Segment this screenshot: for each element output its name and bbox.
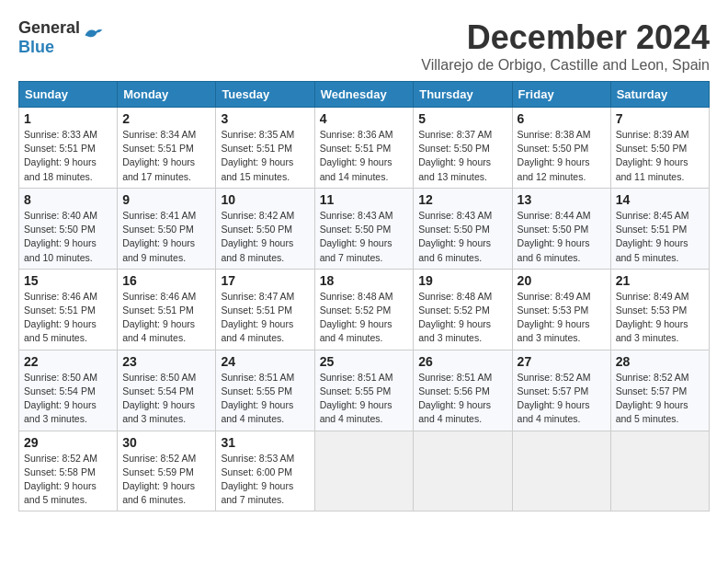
weekday-header-wednesday: Wednesday [314,82,414,108]
day-number: 2 [122,111,210,126]
calendar-cell: 27Sunrise: 8:52 AM Sunset: 5:57 PM Dayli… [512,350,610,431]
calendar-cell [512,431,610,511]
day-info: Sunrise: 8:52 AM Sunset: 5:58 PM Dayligh… [24,452,112,508]
page-header: General Blue December 2024 Villarejo de … [18,18,710,74]
day-number: 11 [320,192,409,207]
day-info: Sunrise: 8:36 AM Sunset: 5:51 PM Dayligh… [320,128,409,184]
calendar-cell: 15Sunrise: 8:46 AM Sunset: 5:51 PM Dayli… [19,269,118,350]
day-info: Sunrise: 8:51 AM Sunset: 5:55 PM Dayligh… [320,371,409,427]
day-info: Sunrise: 8:37 AM Sunset: 5:50 PM Dayligh… [418,128,506,184]
day-number: 24 [221,354,309,369]
day-info: Sunrise: 8:50 AM Sunset: 5:54 PM Dayligh… [122,371,210,427]
calendar-cell: 17Sunrise: 8:47 AM Sunset: 5:51 PM Dayli… [216,269,314,350]
title-section: December 2024 Villarejo de Orbigo, Casti… [421,18,710,74]
calendar-cell: 23Sunrise: 8:50 AM Sunset: 5:54 PM Dayli… [118,350,216,431]
calendar-cell: 25Sunrise: 8:51 AM Sunset: 5:55 PM Dayli… [314,350,414,431]
calendar-cell: 11Sunrise: 8:43 AM Sunset: 5:50 PM Dayli… [314,188,414,269]
day-number: 4 [320,111,409,126]
day-number: 7 [616,111,704,126]
calendar-week-row: 29Sunrise: 8:52 AM Sunset: 5:58 PM Dayli… [19,431,710,511]
calendar-week-row: 15Sunrise: 8:46 AM Sunset: 5:51 PM Dayli… [19,269,710,350]
day-info: Sunrise: 8:39 AM Sunset: 5:50 PM Dayligh… [616,128,704,184]
logo-text: General Blue [18,18,80,57]
day-number: 10 [221,192,309,207]
calendar-cell: 7Sunrise: 8:39 AM Sunset: 5:50 PM Daylig… [610,108,709,189]
calendar-cell: 26Sunrise: 8:51 AM Sunset: 5:56 PM Dayli… [414,350,512,431]
calendar-cell: 16Sunrise: 8:46 AM Sunset: 5:51 PM Dayli… [118,269,216,350]
calendar-cell: 21Sunrise: 8:49 AM Sunset: 5:53 PM Dayli… [610,269,709,350]
day-info: Sunrise: 8:48 AM Sunset: 5:52 PM Dayligh… [320,290,409,346]
calendar-cell: 30Sunrise: 8:52 AM Sunset: 5:59 PM Dayli… [118,431,216,511]
calendar-cell: 20Sunrise: 8:49 AM Sunset: 5:53 PM Dayli… [512,269,610,350]
day-info: Sunrise: 8:33 AM Sunset: 5:51 PM Dayligh… [24,128,112,184]
calendar-cell [414,431,512,511]
calendar-week-row: 22Sunrise: 8:50 AM Sunset: 5:54 PM Dayli… [19,350,710,431]
day-info: Sunrise: 8:41 AM Sunset: 5:50 PM Dayligh… [122,209,210,265]
calendar-cell: 19Sunrise: 8:48 AM Sunset: 5:52 PM Dayli… [414,269,512,350]
calendar-cell: 28Sunrise: 8:52 AM Sunset: 5:57 PM Dayli… [610,350,709,431]
weekday-header-sunday: Sunday [19,82,118,108]
day-info: Sunrise: 8:49 AM Sunset: 5:53 PM Dayligh… [518,290,606,346]
weekday-header-tuesday: Tuesday [216,82,314,108]
day-info: Sunrise: 8:46 AM Sunset: 5:51 PM Dayligh… [122,290,210,346]
calendar-week-row: 1Sunrise: 8:33 AM Sunset: 5:51 PM Daylig… [19,108,710,189]
calendar-cell: 10Sunrise: 8:42 AM Sunset: 5:50 PM Dayli… [216,188,314,269]
day-number: 20 [518,273,606,288]
month-title: December 2024 [421,18,710,57]
calendar-cell: 9Sunrise: 8:41 AM Sunset: 5:50 PM Daylig… [118,188,216,269]
calendar-cell: 12Sunrise: 8:43 AM Sunset: 5:50 PM Dayli… [414,188,512,269]
weekday-header-saturday: Saturday [610,82,709,108]
calendar-cell [314,431,414,511]
day-info: Sunrise: 8:35 AM Sunset: 5:51 PM Dayligh… [221,128,309,184]
day-info: Sunrise: 8:48 AM Sunset: 5:52 PM Dayligh… [418,290,506,346]
calendar-cell: 29Sunrise: 8:52 AM Sunset: 5:58 PM Dayli… [19,431,118,511]
day-number: 29 [24,435,112,450]
day-number: 25 [320,354,409,369]
logo-bird-icon [84,26,104,42]
calendar-cell: 8Sunrise: 8:40 AM Sunset: 5:50 PM Daylig… [19,188,118,269]
calendar-table: SundayMondayTuesdayWednesdayThursdayFrid… [18,81,710,511]
calendar-cell: 22Sunrise: 8:50 AM Sunset: 5:54 PM Dayli… [19,350,118,431]
day-info: Sunrise: 8:51 AM Sunset: 5:56 PM Dayligh… [418,371,506,427]
logo-blue: Blue [18,38,54,56]
day-info: Sunrise: 8:44 AM Sunset: 5:50 PM Dayligh… [518,209,606,265]
day-info: Sunrise: 8:52 AM Sunset: 5:57 PM Dayligh… [616,371,704,427]
calendar-cell: 14Sunrise: 8:45 AM Sunset: 5:51 PM Dayli… [610,188,709,269]
logo: General Blue [18,18,104,57]
day-info: Sunrise: 8:42 AM Sunset: 5:50 PM Dayligh… [221,209,309,265]
day-number: 13 [518,192,606,207]
day-info: Sunrise: 8:38 AM Sunset: 5:50 PM Dayligh… [518,128,606,184]
day-number: 30 [122,435,210,450]
day-number: 8 [24,192,112,207]
day-number: 3 [221,111,309,126]
calendar-cell: 1Sunrise: 8:33 AM Sunset: 5:51 PM Daylig… [19,108,118,189]
day-number: 26 [418,354,506,369]
calendar-week-row: 8Sunrise: 8:40 AM Sunset: 5:50 PM Daylig… [19,188,710,269]
calendar-cell: 2Sunrise: 8:34 AM Sunset: 5:51 PM Daylig… [118,108,216,189]
day-info: Sunrise: 8:34 AM Sunset: 5:51 PM Dayligh… [122,128,210,184]
weekday-header-friday: Friday [512,82,610,108]
day-number: 12 [418,192,506,207]
calendar-cell: 31Sunrise: 8:53 AM Sunset: 6:00 PM Dayli… [216,431,314,511]
calendar-cell: 13Sunrise: 8:44 AM Sunset: 5:50 PM Dayli… [512,188,610,269]
logo-general: General [18,18,80,37]
calendar-cell: 3Sunrise: 8:35 AM Sunset: 5:51 PM Daylig… [216,108,314,189]
calendar-cell: 5Sunrise: 8:37 AM Sunset: 5:50 PM Daylig… [414,108,512,189]
day-number: 31 [221,435,309,450]
day-info: Sunrise: 8:43 AM Sunset: 5:50 PM Dayligh… [418,209,506,265]
day-number: 14 [616,192,704,207]
day-info: Sunrise: 8:40 AM Sunset: 5:50 PM Dayligh… [24,209,112,265]
day-number: 21 [616,273,704,288]
weekday-header-row: SundayMondayTuesdayWednesdayThursdayFrid… [19,82,710,108]
day-info: Sunrise: 8:52 AM Sunset: 5:59 PM Dayligh… [122,452,210,508]
day-info: Sunrise: 8:53 AM Sunset: 6:00 PM Dayligh… [221,452,309,508]
day-info: Sunrise: 8:45 AM Sunset: 5:51 PM Dayligh… [616,209,704,265]
day-number: 1 [24,111,112,126]
day-number: 16 [122,273,210,288]
calendar-cell: 24Sunrise: 8:51 AM Sunset: 5:55 PM Dayli… [216,350,314,431]
calendar-cell: 6Sunrise: 8:38 AM Sunset: 5:50 PM Daylig… [512,108,610,189]
calendar-cell: 4Sunrise: 8:36 AM Sunset: 5:51 PM Daylig… [314,108,414,189]
day-number: 22 [24,354,112,369]
day-number: 15 [24,273,112,288]
day-info: Sunrise: 8:47 AM Sunset: 5:51 PM Dayligh… [221,290,309,346]
